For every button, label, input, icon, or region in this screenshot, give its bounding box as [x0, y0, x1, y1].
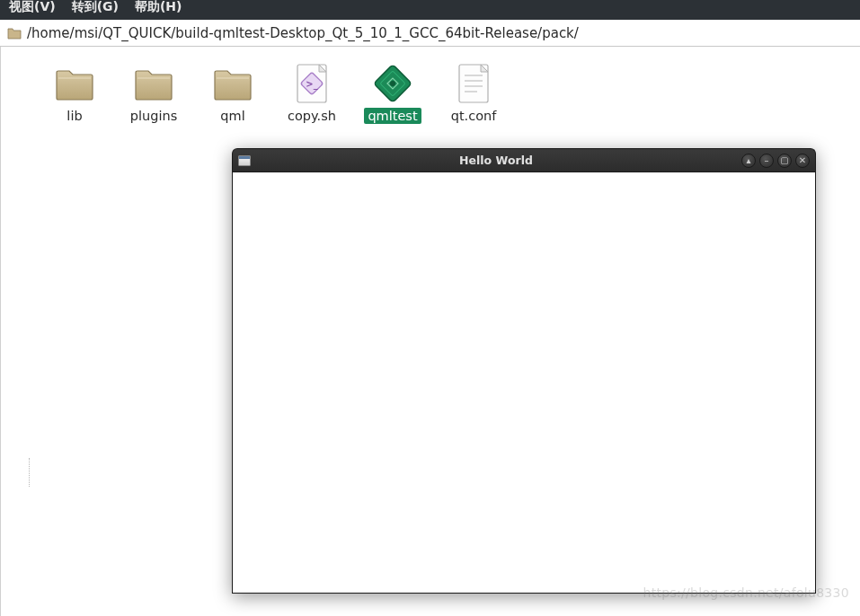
pathbar: /home/msi/QT_QUICK/build-qmltest-Desktop…: [0, 20, 860, 47]
window-title: Hello World: [251, 154, 741, 167]
file-item-plugins[interactable]: plugins: [122, 65, 185, 124]
file-item-qml[interactable]: qml: [203, 65, 262, 124]
folder-icon: [211, 65, 254, 102]
path-text[interactable]: /home/msi/QT_QUICK/build-qmltest-Desktop…: [27, 25, 579, 41]
folder-icon: [132, 65, 175, 102]
menu-view[interactable]: 视图(V): [9, 0, 56, 13]
file-label: qml: [217, 108, 248, 124]
maximize-button[interactable]: ▢: [777, 154, 792, 168]
file-label: plugins: [127, 108, 181, 124]
folder-icon: [7, 27, 22, 40]
window-controls: ▴ – ▢ ✕: [741, 154, 810, 168]
app-icon: [238, 155, 251, 166]
app-window[interactable]: Hello World ▴ – ▢ ✕: [232, 148, 816, 594]
file-label: qmltest: [364, 108, 421, 124]
file-item-copy-sh[interactable]: >_ copy.sh: [280, 65, 343, 124]
svg-point-5: [390, 81, 395, 86]
panel-divider-dot: [29, 458, 30, 487]
file-label: lib: [63, 108, 85, 124]
script-icon: >_: [290, 65, 333, 102]
menu-goto[interactable]: 转到(G): [72, 0, 119, 13]
file-label: copy.sh: [284, 108, 340, 124]
app-body: [232, 172, 816, 594]
file-item-qt-conf[interactable]: qt.conf: [442, 65, 505, 124]
menubar: 视图(V) 转到(G) 帮助(H): [0, 0, 860, 20]
titlebar[interactable]: Hello World ▴ – ▢ ✕: [232, 148, 816, 172]
file-item-lib[interactable]: lib: [45, 65, 104, 124]
file-label: qt.conf: [448, 108, 501, 124]
close-button[interactable]: ✕: [795, 154, 810, 168]
shade-button[interactable]: ▴: [741, 154, 756, 168]
menu-help[interactable]: 帮助(H): [135, 0, 182, 13]
text-icon: [452, 65, 495, 102]
svg-text:>_: >_: [306, 79, 317, 90]
file-item-qmltest[interactable]: qmltest: [361, 65, 424, 124]
panel-divider: [0, 47, 3, 616]
icon-view[interactable]: lib plugins qml >_ copy.sh qmltest qt.co…: [0, 47, 860, 142]
minimize-button[interactable]: –: [759, 154, 774, 168]
folder-icon: [53, 65, 96, 102]
exec-icon: [371, 65, 414, 102]
